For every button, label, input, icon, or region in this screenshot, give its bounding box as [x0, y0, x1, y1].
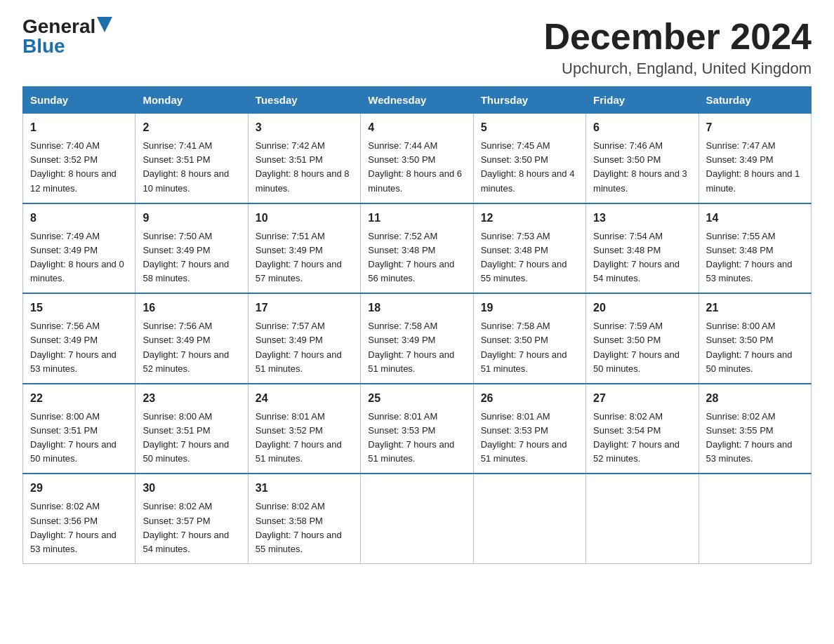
col-header-thursday: Thursday [473, 87, 585, 114]
day-info: Sunrise: 7:56 AMSunset: 3:49 PMDaylight:… [143, 321, 229, 373]
day-number: 25 [368, 390, 465, 407]
day-number: 18 [368, 300, 465, 316]
empty-cell [473, 474, 585, 563]
day-number: 3 [256, 119, 353, 136]
day-info: Sunrise: 7:59 AMSunset: 3:50 PMDaylight:… [593, 321, 680, 373]
day-info: Sunrise: 8:01 AMSunset: 3:53 PMDaylight:… [368, 411, 454, 464]
day-info: Sunrise: 8:00 AMSunset: 3:50 PMDaylight:… [706, 321, 793, 373]
day-cell-28: 28 Sunrise: 8:02 AMSunset: 3:55 PMDaylig… [699, 384, 811, 474]
day-number: 30 [143, 480, 240, 497]
day-number: 9 [143, 210, 240, 227]
col-header-tuesday: Tuesday [248, 87, 360, 114]
empty-cell [699, 474, 811, 563]
day-info: Sunrise: 7:52 AMSunset: 3:48 PMDaylight:… [368, 231, 454, 283]
location: Upchurch, England, United Kingdom [543, 60, 812, 78]
day-cell-5: 5 Sunrise: 7:45 AMSunset: 3:50 PMDayligh… [473, 114, 585, 203]
title-block: December 2024 Upchurch, England, United … [543, 17, 812, 78]
day-number: 23 [143, 390, 240, 407]
day-info: Sunrise: 7:51 AMSunset: 3:49 PMDaylight:… [256, 231, 342, 283]
day-number: 16 [143, 300, 240, 316]
day-cell-25: 25 Sunrise: 8:01 AMSunset: 3:53 PMDaylig… [361, 384, 473, 474]
day-info: Sunrise: 7:50 AMSunset: 3:49 PMDaylight:… [143, 231, 229, 283]
empty-cell [586, 474, 699, 563]
day-number: 13 [593, 210, 691, 227]
day-info: Sunrise: 8:02 AMSunset: 3:55 PMDaylight:… [706, 411, 793, 464]
day-cell-16: 16 Sunrise: 7:56 AMSunset: 3:49 PMDaylig… [135, 293, 248, 384]
day-cell-1: 1 Sunrise: 7:40 AMSunset: 3:52 PMDayligh… [23, 114, 135, 203]
day-info: Sunrise: 7:49 AMSunset: 3:49 PMDaylight:… [30, 231, 124, 283]
svg-marker-0 [97, 17, 112, 32]
day-number: 5 [481, 119, 578, 136]
day-cell-27: 27 Sunrise: 8:02 AMSunset: 3:54 PMDaylig… [586, 384, 699, 474]
page-header: General Blue December 2024 Upchurch, Eng… [0, 0, 834, 86]
day-info: Sunrise: 7:54 AMSunset: 3:48 PMDaylight:… [593, 231, 680, 283]
day-info: Sunrise: 7:46 AMSunset: 3:50 PMDaylight:… [593, 140, 687, 193]
day-cell-4: 4 Sunrise: 7:44 AMSunset: 3:50 PMDayligh… [361, 114, 473, 203]
logo-triangle-icon [97, 17, 112, 32]
day-number: 27 [593, 390, 691, 407]
day-cell-17: 17 Sunrise: 7:57 AMSunset: 3:49 PMDaylig… [248, 293, 360, 384]
day-number: 12 [481, 210, 578, 227]
day-number: 8 [30, 210, 128, 227]
day-number: 24 [256, 390, 353, 407]
logo: General Blue [22, 17, 112, 56]
day-cell-30: 30 Sunrise: 8:02 AMSunset: 3:57 PMDaylig… [135, 474, 248, 563]
day-cell-23: 23 Sunrise: 8:00 AMSunset: 3:51 PMDaylig… [135, 384, 248, 474]
week-row-3: 15 Sunrise: 7:56 AMSunset: 3:49 PMDaylig… [23, 293, 812, 384]
col-header-sunday: Sunday [23, 87, 135, 114]
day-number: 14 [706, 210, 804, 227]
day-cell-24: 24 Sunrise: 8:01 AMSunset: 3:52 PMDaylig… [248, 384, 360, 474]
week-row-5: 29 Sunrise: 8:02 AMSunset: 3:56 PMDaylig… [23, 474, 812, 563]
day-cell-26: 26 Sunrise: 8:01 AMSunset: 3:53 PMDaylig… [473, 384, 585, 474]
day-number: 26 [481, 390, 578, 407]
day-info: Sunrise: 8:02 AMSunset: 3:56 PMDaylight:… [30, 501, 117, 554]
logo-blue-text: Blue [22, 36, 65, 56]
calendar-table: SundayMondayTuesdayWednesdayThursdayFrid… [22, 86, 812, 564]
day-cell-7: 7 Sunrise: 7:47 AMSunset: 3:49 PMDayligh… [699, 114, 811, 203]
empty-cell [361, 474, 473, 563]
day-cell-10: 10 Sunrise: 7:51 AMSunset: 3:49 PMDaylig… [248, 203, 360, 294]
day-number: 2 [143, 119, 240, 136]
logo-general-text: General [22, 17, 95, 36]
day-cell-14: 14 Sunrise: 7:55 AMSunset: 3:48 PMDaylig… [699, 203, 811, 294]
day-headers-row: SundayMondayTuesdayWednesdayThursdayFrid… [23, 87, 812, 114]
day-info: Sunrise: 7:42 AMSunset: 3:51 PMDaylight:… [256, 140, 350, 193]
day-cell-18: 18 Sunrise: 7:58 AMSunset: 3:49 PMDaylig… [361, 293, 473, 384]
col-header-saturday: Saturday [699, 87, 811, 114]
day-cell-15: 15 Sunrise: 7:56 AMSunset: 3:49 PMDaylig… [23, 293, 135, 384]
day-cell-8: 8 Sunrise: 7:49 AMSunset: 3:49 PMDayligh… [23, 203, 135, 294]
day-info: Sunrise: 8:01 AMSunset: 3:53 PMDaylight:… [481, 411, 567, 464]
day-info: Sunrise: 7:56 AMSunset: 3:49 PMDaylight:… [30, 321, 117, 373]
day-info: Sunrise: 8:02 AMSunset: 3:54 PMDaylight:… [593, 411, 680, 464]
day-cell-31: 31 Sunrise: 8:02 AMSunset: 3:58 PMDaylig… [248, 474, 360, 563]
col-header-wednesday: Wednesday [361, 87, 473, 114]
day-cell-2: 2 Sunrise: 7:41 AMSunset: 3:51 PMDayligh… [135, 114, 248, 203]
day-info: Sunrise: 7:53 AMSunset: 3:48 PMDaylight:… [481, 231, 567, 283]
day-info: Sunrise: 7:41 AMSunset: 3:51 PMDaylight:… [143, 140, 229, 193]
day-cell-29: 29 Sunrise: 8:02 AMSunset: 3:56 PMDaylig… [23, 474, 135, 563]
day-cell-12: 12 Sunrise: 7:53 AMSunset: 3:48 PMDaylig… [473, 203, 585, 294]
day-number: 19 [481, 300, 578, 316]
day-number: 22 [30, 390, 128, 407]
day-cell-22: 22 Sunrise: 8:00 AMSunset: 3:51 PMDaylig… [23, 384, 135, 474]
day-cell-6: 6 Sunrise: 7:46 AMSunset: 3:50 PMDayligh… [586, 114, 699, 203]
day-info: Sunrise: 8:00 AMSunset: 3:51 PMDaylight:… [30, 411, 117, 464]
day-info: Sunrise: 7:45 AMSunset: 3:50 PMDaylight:… [481, 140, 575, 193]
day-info: Sunrise: 8:01 AMSunset: 3:52 PMDaylight:… [256, 411, 342, 464]
day-info: Sunrise: 7:58 AMSunset: 3:50 PMDaylight:… [481, 321, 567, 373]
day-info: Sunrise: 7:40 AMSunset: 3:52 PMDaylight:… [30, 140, 117, 193]
day-number: 17 [256, 300, 353, 316]
day-cell-9: 9 Sunrise: 7:50 AMSunset: 3:49 PMDayligh… [135, 203, 248, 294]
day-number: 20 [593, 300, 691, 316]
day-info: Sunrise: 8:02 AMSunset: 3:57 PMDaylight:… [143, 501, 229, 554]
day-info: Sunrise: 7:57 AMSunset: 3:49 PMDaylight:… [256, 321, 342, 373]
day-number: 6 [593, 119, 691, 136]
day-number: 31 [256, 480, 353, 497]
day-number: 1 [30, 119, 128, 136]
week-row-1: 1 Sunrise: 7:40 AMSunset: 3:52 PMDayligh… [23, 114, 812, 203]
day-number: 28 [706, 390, 804, 407]
day-cell-20: 20 Sunrise: 7:59 AMSunset: 3:50 PMDaylig… [586, 293, 699, 384]
day-info: Sunrise: 8:00 AMSunset: 3:51 PMDaylight:… [143, 411, 229, 464]
day-number: 10 [256, 210, 353, 227]
day-number: 11 [368, 210, 465, 227]
